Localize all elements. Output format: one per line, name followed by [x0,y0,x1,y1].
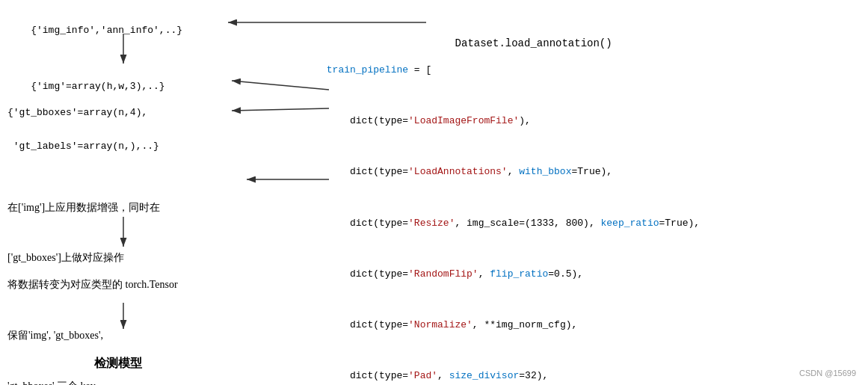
code-line-6: dict(type='Normalize', **img_norm_cfg), [292,300,706,351]
diagram-container: {'img_info','ann_info',..} Dataset.load_… [0,0,868,385]
code-line-4: dict(type='Resize', img_scale=(1333, 800… [292,198,706,249]
ann3-line2: 'gt_labels'=array(n,),..} [7,141,159,152]
code-line-5: dict(type='RandomFlip', flip_ratio=0.5), [292,249,706,300]
ann5-line1: 将数据转变为对应类型的 torch.Tensor [7,276,178,294]
code-line-7: dict(type='Pad', size_divisor=32), [292,351,706,386]
code-line-3: dict(type='LoadAnnotations', with_bbox=T… [292,147,706,198]
ann3-label: {'gt_bboxes'=array(n,4), 'gt_labels'=arr… [7,84,159,174]
ann6-label: 检测模型 [82,342,142,385]
code-block: train_pipeline = [ dict(type='LoadImageF… [292,45,706,385]
code-line-1: train_pipeline = [ [292,45,706,96]
code-line-2: dict(type='LoadImageFromFile'), [292,96,706,147]
watermark: CSDN @15699 [799,369,856,378]
ann4-line1: 在['img']上应用数据增强，同时在 [7,200,160,216]
ann3-line1: {'gt_bboxes'=array(n,4), [7,107,159,118]
ann1-label: {'img_info','ann_info',..} [7,13,182,47]
